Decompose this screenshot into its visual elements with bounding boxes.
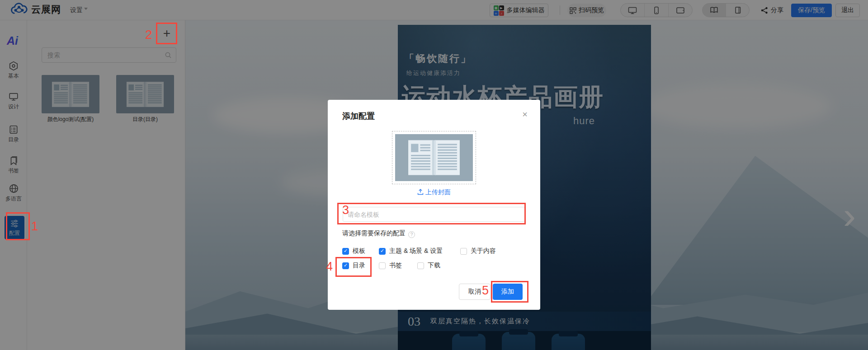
cover-image <box>395 134 473 181</box>
annotation-box-step3 <box>337 203 526 224</box>
checkbox-unchecked-icon <box>460 248 467 255</box>
checkbox-bookmark[interactable]: 书签 <box>379 261 417 270</box>
annotation-box-step1 <box>6 212 30 240</box>
checkbox-label: 书签 <box>389 261 402 270</box>
annotation-number-3: 3 <box>342 204 349 216</box>
app-window: 「畅饮随行」 给运动健康添活力 运动水杯产品画册 hure 03 双层真空隔热，… <box>0 0 868 350</box>
checkbox-download[interactable]: 下载 <box>417 261 440 270</box>
checkbox-unchecked-icon <box>417 262 424 269</box>
dialog-title: 添加配置 <box>342 111 375 121</box>
annotation-number-1: 1 <box>31 220 38 233</box>
checkbox-label: 关于内容 <box>471 247 496 255</box>
annotation-box-step2 <box>156 23 177 44</box>
annotation-number-5: 5 <box>482 285 489 297</box>
annotation-box-step5 <box>491 281 528 303</box>
open-book-graphic <box>406 138 462 177</box>
help-icon[interactable]: ? <box>408 231 415 238</box>
checkbox-template[interactable]: 模板 <box>342 247 379 255</box>
checkbox-theme-scene-settings[interactable]: 主题 & 场景 & 设置 <box>379 247 460 255</box>
checkbox-unchecked-icon <box>379 262 386 269</box>
annotation-box-step4 <box>335 257 372 277</box>
upload-icon <box>417 189 424 195</box>
checkbox-label: 模板 <box>353 247 365 255</box>
upload-cover-label: 上传封面 <box>425 188 451 196</box>
upload-cover-link[interactable]: 上传封面 <box>328 188 540 196</box>
section-label: 请选择需要保存的配置? <box>342 229 415 238</box>
checkbox-row: 模板 主题 & 场景 & 设置 关于内容 <box>342 247 496 255</box>
section-label-text: 请选择需要保存的配置 <box>342 229 406 237</box>
checkbox-about-content[interactable]: 关于内容 <box>460 247 496 255</box>
annotation-number-2: 2 <box>145 28 152 41</box>
checkbox-label: 主题 & 场景 & 设置 <box>389 247 443 255</box>
checkbox-label: 下载 <box>428 261 440 270</box>
cover-preview[interactable] <box>392 131 476 184</box>
checkbox-checked-icon <box>342 248 349 255</box>
close-icon[interactable]: × <box>519 109 530 120</box>
annotation-number-4: 4 <box>326 261 333 273</box>
checkbox-checked-icon <box>379 248 386 255</box>
